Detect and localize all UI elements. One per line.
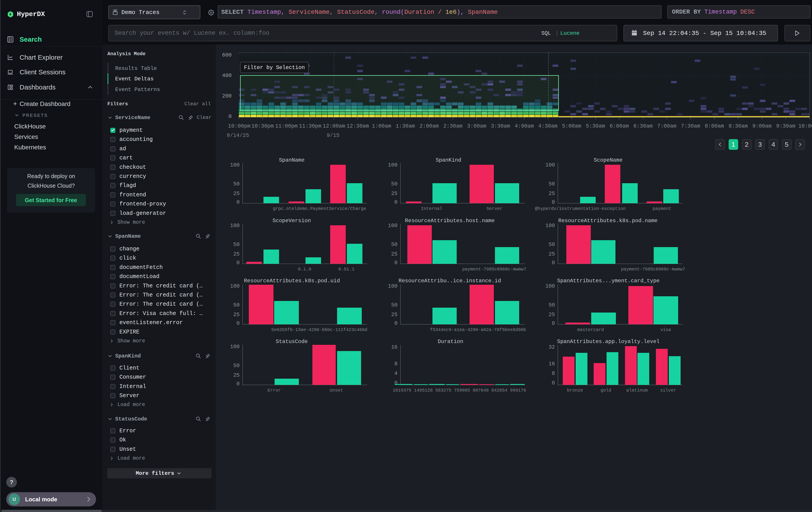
svg-text:1019375 1405128 583275 759085: 1019375 1405128 583275 759085 807648 842… <box>393 388 526 393</box>
svg-text:50: 50 <box>233 181 240 187</box>
svg-text:100: 100 <box>388 283 398 289</box>
svg-text:0: 0 <box>395 380 398 386</box>
svg-text:50: 50 <box>549 302 555 308</box>
svg-text:100: 100 <box>545 223 555 228</box>
svg-text:SpanName: SpanName <box>279 157 304 163</box>
svg-text:StatusCode: StatusCode <box>276 339 308 345</box>
svg-text:visa: visa <box>660 327 671 332</box>
svg-text:8: 8 <box>395 361 398 367</box>
svg-text:ScopeVersion: ScopeVersion <box>272 218 311 224</box>
svg-text:100: 100 <box>230 344 240 350</box>
svg-text:ResourceAttributes.host.name: ResourceAttributes.host.name <box>405 218 494 224</box>
svg-text:0: 0 <box>552 380 555 386</box>
svg-text:50: 50 <box>549 242 555 247</box>
svg-text:25: 25 <box>391 191 398 196</box>
svg-text:100: 100 <box>230 283 240 289</box>
svg-text:Server: Server <box>487 206 502 211</box>
svg-text:0: 0 <box>237 320 240 326</box>
svg-text:mastercard: mastercard <box>577 327 604 332</box>
svg-text:bronze: bronze <box>567 388 583 393</box>
svg-text:ResourceAttribu..ice.instance.: ResourceAttribu..ice.instance.id <box>399 278 501 284</box>
svg-text:25: 25 <box>233 312 240 318</box>
svg-text:gold: gold <box>601 388 611 393</box>
svg-text:100: 100 <box>545 162 555 168</box>
svg-text:0: 0 <box>237 260 240 266</box>
svg-text:4: 4 <box>395 371 398 376</box>
svg-text:payment: payment <box>652 206 671 211</box>
svg-text:50: 50 <box>391 302 398 308</box>
svg-text:platinum: platinum <box>626 388 648 393</box>
svg-text:25: 25 <box>233 372 240 378</box>
svg-text:0: 0 <box>395 199 398 205</box>
svg-text:100: 100 <box>230 162 240 168</box>
svg-text:0: 0 <box>552 260 555 266</box>
svg-text:50: 50 <box>391 181 398 187</box>
svg-text:8: 8 <box>552 371 555 376</box>
svg-text:payment-7985c8969c-mwmw7: payment-7985c8969c-mwmw7 <box>462 267 526 272</box>
svg-text:Error: Error <box>267 388 281 393</box>
svg-text:25: 25 <box>549 191 555 196</box>
svg-text:SpanAttributes.app.loyalty.lev: SpanAttributes.app.loyalty.level <box>557 339 660 345</box>
svg-text:32: 32 <box>549 344 555 350</box>
svg-text:100: 100 <box>388 162 398 168</box>
svg-text:0.51.1: 0.51.1 <box>339 267 354 272</box>
svg-text:ScopeName: ScopeName <box>594 157 622 163</box>
svg-text:SpanKind: SpanKind <box>436 157 461 163</box>
svg-text:grpc.oteldemo.PaymentService/C: grpc.oteldemo.PaymentService/Charge <box>273 206 366 211</box>
svg-text:50: 50 <box>233 362 240 369</box>
svg-text:5e02b5fb-13ae-4296-bbbc-111f42: 5e02b5fb-13ae-4296-bbbc-111f423c460d <box>271 327 367 332</box>
svg-text:Internal: Internal <box>421 206 442 211</box>
svg-text:0: 0 <box>237 381 240 387</box>
svg-text:SpanAttributes...yment.card_ty: SpanAttributes...yment.card_type <box>557 278 660 284</box>
svg-text:ResourceAttributes.k8s.pod.uid: ResourceAttributes.k8s.pod.uid <box>244 278 340 284</box>
svg-text:ResourceAttributes.k8s.pod.nam: ResourceAttributes.k8s.pod.name <box>558 218 658 224</box>
svg-text:50: 50 <box>233 242 240 247</box>
svg-text:payment-7985c8969c-mwmw7: payment-7985c8969c-mwmw7 <box>621 267 685 272</box>
svg-text:0: 0 <box>395 320 398 326</box>
svg-text:0: 0 <box>395 260 398 266</box>
svg-text:0.1.0: 0.1.0 <box>298 267 311 272</box>
svg-text:25: 25 <box>391 251 398 257</box>
svg-text:25: 25 <box>549 312 555 318</box>
svg-text:0: 0 <box>237 199 240 205</box>
svg-text:16: 16 <box>391 344 398 350</box>
svg-text:50: 50 <box>233 302 240 308</box>
svg-text:0: 0 <box>552 320 555 326</box>
svg-text:25: 25 <box>233 251 240 257</box>
svg-text:100: 100 <box>230 223 240 228</box>
svg-text:silver: silver <box>660 388 676 393</box>
svg-text:25: 25 <box>391 312 398 318</box>
svg-text:50: 50 <box>391 242 398 247</box>
svg-text:50: 50 <box>549 181 555 187</box>
svg-text:100: 100 <box>388 223 398 228</box>
svg-text:Duration: Duration <box>438 339 463 345</box>
svg-text:f5344ec9-a1ea-4290-a62a-78f5be: f5344ec9-a1ea-4290-a62a-78f5bee8d90b <box>430 327 526 332</box>
svg-text:100: 100 <box>545 283 555 289</box>
svg-text:25: 25 <box>233 191 240 196</box>
svg-text:@hyperdx/instrumentation-excep: @hyperdx/instrumentation-exception <box>535 206 626 211</box>
svg-text:16: 16 <box>549 361 555 367</box>
svg-text:Unset: Unset <box>330 388 343 393</box>
svg-text:25: 25 <box>549 251 555 257</box>
svg-text:0: 0 <box>552 199 555 205</box>
